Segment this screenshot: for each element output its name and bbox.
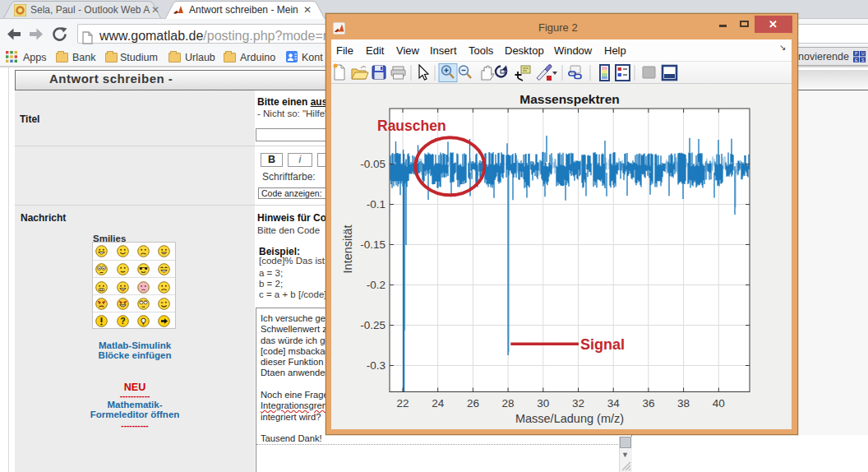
svg-text:22: 22 bbox=[396, 397, 409, 410]
svg-text:40: 40 bbox=[713, 397, 725, 410]
svg-text:Signal: Signal bbox=[580, 336, 625, 353]
svg-text:-0.25: -0.25 bbox=[360, 319, 386, 331]
svg-text:32: 32 bbox=[572, 397, 584, 410]
svg-text:34: 34 bbox=[607, 397, 621, 410]
svg-text:Massenspektren: Massenspektren bbox=[519, 92, 619, 106]
svg-text:26: 26 bbox=[467, 397, 479, 410]
svg-text:30: 30 bbox=[537, 397, 549, 410]
svg-text:-0.1: -0.1 bbox=[367, 198, 386, 211]
svg-text:-0.05: -0.05 bbox=[360, 158, 386, 170]
svg-text:24: 24 bbox=[432, 397, 445, 410]
svg-text:-0.2: -0.2 bbox=[367, 279, 386, 291]
svg-text:38: 38 bbox=[677, 397, 690, 410]
svg-text:-0.15: -0.15 bbox=[360, 238, 386, 251]
svg-text:-0.3: -0.3 bbox=[367, 359, 386, 372]
svg-text:Rauschen: Rauschen bbox=[377, 118, 446, 134]
svg-text:Masse/Ladung (m/z): Masse/Ladung (m/z) bbox=[515, 412, 624, 425]
svg-text:36: 36 bbox=[642, 397, 654, 410]
svg-text:28: 28 bbox=[502, 397, 515, 410]
svg-text:Intensität: Intensität bbox=[341, 225, 354, 274]
svg-text:?: ? bbox=[120, 316, 125, 326]
svg-text:U: U bbox=[861, 51, 865, 56]
